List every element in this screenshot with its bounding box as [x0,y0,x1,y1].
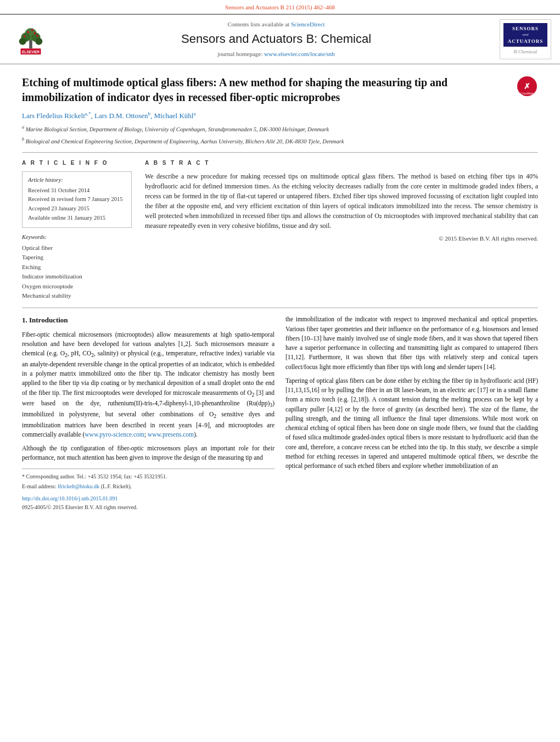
accepted-date: Accepted 23 January 2015 [28,205,126,213]
intro-section-title: 1. Introduction [22,315,275,326]
available-date: Available online 31 January 2015 [28,214,126,222]
body-col-left: 1. Introduction Fiber-optic chemical mic… [22,315,275,511]
journal-homepage: journal homepage: www.elsevier.com/locat… [59,50,493,58]
history-title: Article history: [28,176,126,185]
journal-title: Sensors and Actuators B: Chemical [59,31,493,48]
svg-point-7 [35,37,42,44]
homepage-label: journal homepage: [217,51,262,57]
divider-1 [22,152,538,153]
authors-line: Lars Fledelius Rickelta,*, Lars D.M. Ott… [22,110,538,121]
issn-line: 0925-4005/© 2015 Elsevier B.V. All right… [22,503,275,511]
body-col-right: the immobilization of the indicator with… [285,315,538,511]
svg-point-8 [27,31,30,33]
main-body: 1. Introduction Fiber-optic chemical mic… [22,315,538,511]
crossmark-badge: ✗ CrossMark [516,75,538,97]
homepage-link[interactable]: www.elsevier.com/locate/snb [264,51,335,57]
contents-text: Contents lists available at [227,21,289,27]
intro-para-2: Although the tip configuration of fiber-… [22,444,275,463]
abstract-paragraph: We describe a new procedure for making r… [145,171,538,231]
journal-ref-bar: Sensors and Actuators B 211 (2015) 462–4… [0,0,560,14]
email-note: E-mail address: lfrickelt@bioku.dk (L.F.… [22,482,275,490]
keyword-1: Optical fiber [22,244,132,252]
right-para-2: Tapering of optical glass fibers can be … [285,376,538,471]
header-center: Contents lists available at ScienceDirec… [59,20,493,59]
email-link[interactable]: lfrickelt@bioku.dk [58,483,99,489]
svg-text:✗: ✗ [524,82,530,91]
footnote-section: * Corresponding author. Tel.: +45 3532 1… [22,468,275,490]
pyro-link[interactable]: www.pyro-science.com [85,431,144,438]
keyword-4: Indicator immobilization [22,272,132,281]
sensors-logo-inner: SENSORS and ACTUATORS [503,23,547,47]
doi-link[interactable]: http://dx.doi.org/10.1016/j.snb.2015.01.… [22,495,118,501]
elsevier-tree-icon: ELSEVIER [14,23,47,56]
article-body: Etching of multimode optical glass fiber… [0,64,560,522]
sensors-actuators-logo: SENSORS and ACTUATORS B Chemical [500,19,551,59]
article-title: Etching of multimode optical glass fiber… [22,75,507,105]
abstract-heading: A B S T R A C T [145,159,538,167]
article-info-heading: A R T I C L E I N F O [22,159,132,167]
elsevier-logo: ELSEVIER [9,23,53,56]
sensors-line2: and [507,32,544,38]
keyword-5: Oxygen microoptode [22,282,132,291]
abstract-text: We describe a new procedure for making r… [145,171,538,243]
contents-line: Contents lists available at ScienceDirec… [59,20,493,29]
svg-point-11 [24,35,26,37]
svg-point-10 [34,32,36,34]
right-para-1: the immobilization of the indicator with… [285,315,538,372]
sensors-line1: SENSORS [507,25,544,32]
article-title-row: Etching of multimode optical glass fiber… [22,75,538,105]
keyword-2: Tapering [22,253,132,261]
received-date: Received 31 October 2014 [28,187,126,195]
abstract-col: A B S T R A C T We describe a new proced… [145,159,538,301]
article-info-col: A R T I C L E I N F O Article history: R… [22,159,132,301]
svg-text:ELSEVIER: ELSEVIER [22,50,40,54]
crossmark-icon: ✗ CrossMark [517,76,537,97]
corresponding-note: * Corresponding author. Tel.: +45 3532 1… [22,472,275,481]
journal-ref-text: Sensors and Actuators B 211 (2015) 462–4… [225,4,335,10]
doi-section: http://dx.doi.org/10.1016/j.snb.2015.01.… [22,494,275,503]
keywords-section: Keywords: Optical fiber Tapering Etching… [22,233,132,300]
received-revised-date: Received in revised form 7 January 2015 [28,196,126,204]
svg-point-9 [31,29,33,31]
svg-point-12 [36,35,38,37]
journal-header: ELSEVIER Contents lists available at [0,14,560,64]
divider-2 [22,308,538,308]
intro-para-1: Fiber-optic chemical microsensors (micro… [22,330,275,439]
svg-point-6 [19,37,26,44]
presens-link[interactable]: www.presens.com [148,431,194,438]
article-info-box: Article history: Received 31 October 201… [22,171,132,228]
page: Sensors and Actuators B 211 (2015) 462–4… [0,0,560,522]
affiliation-b: b Biological and Chemical Engineering Se… [22,136,538,146]
sciencedirect-link[interactable]: ScienceDirect [291,21,325,27]
keyword-3: Etching [22,263,132,271]
svg-text:CrossMark: CrossMark [520,92,534,95]
affiliation-a: a Marine Biological Section, Department … [22,124,538,133]
sensors-logo-caption: B Chemical [514,48,537,55]
sensors-line3: ACTUATORS [507,38,544,45]
info-abstract-section: A R T I C L E I N F O Article history: R… [22,159,538,301]
keywords-title: Keywords: [22,233,132,242]
copyright-line: © 2015 Elsevier B.V. All rights reserved… [145,234,538,243]
keyword-6: Mechanical stability [22,292,132,300]
